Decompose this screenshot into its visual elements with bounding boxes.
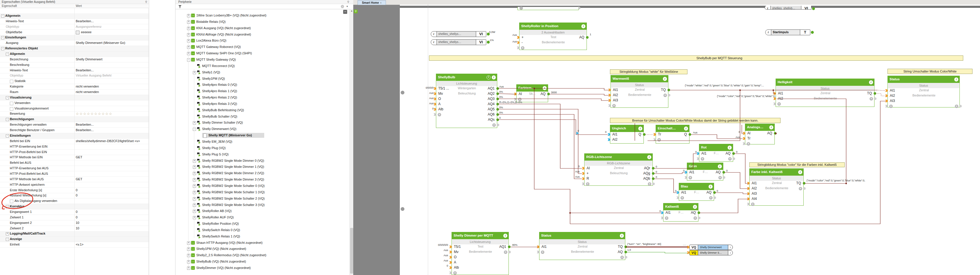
tree-item[interactable]: +ShellyRoller AUF (VQ) bbox=[175, 215, 350, 220]
output-connector[interactable] bbox=[698, 211, 700, 214]
output-connector[interactable] bbox=[873, 92, 876, 95]
tree-scrollbar[interactable]: ▲ bbox=[350, 9, 353, 275]
add-connector-icon[interactable]: + bbox=[504, 250, 508, 254]
add-connector-icon[interactable]: + bbox=[955, 105, 958, 108]
pin-icon[interactable]: ⚲ bbox=[347, 0, 349, 3]
tree-item[interactable]: Shelly MQTT (Miniserver Go) bbox=[175, 133, 350, 138]
virtual-output-cap[interactable]: VQShelly Dimmerwerti bbox=[689, 245, 733, 250]
tree-item[interactable]: +Shelly RGBW2 Single Mode Schalter 0 (VQ… bbox=[175, 184, 350, 189]
input-connector[interactable] bbox=[885, 94, 888, 97]
output-connector[interactable] bbox=[652, 172, 654, 175]
column-divider[interactable] bbox=[74, 8, 75, 275]
tree-item[interactable]: +Shelly RGBW2 Single Mode Schalter 1 (VQ… bbox=[175, 190, 350, 195]
checkbox[interactable] bbox=[10, 80, 13, 83]
info-icon[interactable]: i bbox=[620, 234, 624, 238]
add-connector-icon[interactable]: + bbox=[777, 102, 781, 106]
block-blau[interactable]: BlauiAI1+F…AQ+ bbox=[679, 183, 714, 201]
checkbox[interactable] bbox=[10, 102, 13, 105]
add-connector-icon[interactable]: + bbox=[438, 113, 441, 116]
tab-close-icon[interactable]: × bbox=[380, 2, 382, 4]
info-icon[interactable]: i bbox=[718, 164, 722, 168]
comment-note[interactable]: ShellyBulb per MQTT Steuerung bbox=[429, 56, 963, 60]
add-connector-icon[interactable]: + bbox=[751, 202, 754, 206]
tree-item[interactable]: Shelly EM_3EM (VQ) bbox=[175, 140, 350, 145]
add-connector-icon[interactable]: + bbox=[541, 250, 544, 254]
input-connector[interactable] bbox=[743, 137, 746, 140]
group-expander-icon[interactable]: - bbox=[1, 47, 4, 50]
tree-item[interactable]: +Shelly RGBW2 Single Mode Dimmer 1 (VQ) bbox=[175, 165, 350, 170]
input-connector[interactable] bbox=[653, 133, 656, 136]
tab-smart-home[interactable]: Smart Home× bbox=[358, 0, 386, 5]
tree-item[interactable]: +→Bistabile Relais (VQ) bbox=[175, 20, 350, 25]
input-connector[interactable] bbox=[747, 182, 750, 184]
add-connector-icon[interactable]: + bbox=[665, 216, 668, 220]
tree-item[interactable]: Shelly4pro Relais 3 (VQ) bbox=[175, 102, 350, 107]
input-connector[interactable] bbox=[517, 41, 520, 44]
filter-clear-icon[interactable]: × bbox=[341, 5, 344, 8]
add-connector-icon[interactable]: + bbox=[718, 176, 722, 180]
program-canvas[interactable]: ShellyBulb per MQTT SteuerungStringbildu… bbox=[400, 5, 980, 275]
input-connector[interactable] bbox=[582, 172, 585, 175]
tree-item[interactable]: +→ShellyDimmer (VQ) (Nicht zugeordnet) bbox=[175, 266, 350, 271]
input-connector[interactable] bbox=[517, 36, 520, 39]
tree-item[interactable]: +→KNX Ausgang (VQ) (Nicht zugeordnet) bbox=[175, 26, 350, 31]
add-connector-icon[interactable]: + bbox=[728, 157, 732, 161]
add-connector-icon[interactable]: + bbox=[492, 123, 496, 127]
info-icon[interactable]: i bbox=[869, 80, 873, 84]
filter-dropdown-icon[interactable]: ▼ bbox=[346, 5, 348, 8]
output-connector[interactable] bbox=[496, 92, 499, 95]
tree-item[interactable]: Shelly Plug S (VQ) bbox=[175, 152, 350, 157]
output-connector[interactable] bbox=[496, 87, 499, 90]
add-connector-icon[interactable]: + bbox=[799, 187, 802, 190]
scrollbar-thumb[interactable] bbox=[350, 228, 353, 273]
info-icon[interactable]: i bbox=[581, 24, 585, 28]
info-icon[interactable]: i bbox=[708, 184, 713, 189]
info-icon[interactable]: i bbox=[503, 234, 508, 238]
output-connector[interactable] bbox=[496, 108, 499, 111]
info-icon[interactable]: i bbox=[431, 32, 437, 37]
comment-note[interactable]: Stringbildung Modus "white" für Weißtöne bbox=[610, 69, 687, 74]
tree-item[interactable]: Shelly4pro Relais 2 (VQ) bbox=[175, 95, 350, 100]
output-connector[interactable] bbox=[496, 103, 499, 105]
tree-item[interactable]: Shelly4pro Relais 0 (VQ) bbox=[175, 83, 350, 87]
tree-item[interactable]: ShellyBulb Befehlsstring (VQ) bbox=[175, 108, 350, 113]
info-icon[interactable]: i bbox=[728, 245, 733, 250]
block-kaltweiss[interactable]: KaltweißiAI1+F…AQ+ bbox=[663, 203, 698, 222]
tree-item[interactable]: +→1Wire Scan Loxberry3B+ (VQ) (Nicht zug… bbox=[175, 13, 350, 18]
input-connector[interactable] bbox=[582, 167, 585, 170]
tree-item[interactable]: +Shelly Dimmer Schalter (VQ) bbox=[175, 121, 350, 126]
add-connector-icon[interactable]: + bbox=[620, 256, 624, 259]
info-icon[interactable]: i bbox=[647, 155, 651, 159]
input-connector[interactable] bbox=[608, 133, 611, 136]
output-connector[interactable] bbox=[668, 89, 670, 91]
input-connector[interactable] bbox=[434, 92, 436, 95]
input-connector[interactable] bbox=[747, 187, 750, 190]
output-connector[interactable] bbox=[547, 93, 550, 95]
input-connector[interactable] bbox=[582, 177, 585, 180]
info-icon[interactable]: i bbox=[492, 75, 496, 79]
output-connector[interactable] bbox=[713, 191, 716, 194]
input-connector[interactable] bbox=[449, 266, 452, 269]
tree-item[interactable]: +Shelly RGBW2 Single Mode Dimmer 3 (VQ) bbox=[175, 177, 350, 182]
add-connector-icon[interactable]: + bbox=[701, 157, 704, 161]
rating-stars[interactable]: ☆☆☆☆☆☆☆☆☆☆ bbox=[76, 112, 113, 116]
tree-item[interactable]: +Shelly RGBW2 Single Mode Schalter 3 (VQ… bbox=[175, 203, 350, 208]
move-icon[interactable]: + bbox=[487, 75, 491, 79]
tree-item[interactable]: Shelly1PM (VQ) bbox=[175, 76, 350, 81]
input-connector[interactable] bbox=[434, 87, 436, 90]
group-expander-icon[interactable]: - bbox=[6, 52, 9, 56]
virtual-output-cap[interactable]: VQShelly Dimmer S…i bbox=[689, 250, 733, 255]
output-connector[interactable] bbox=[586, 36, 589, 39]
tree-item[interactable]: -→MQ­TT Shelly Gateway (VQ) bbox=[175, 57, 350, 62]
filter-input[interactable] bbox=[183, 5, 340, 9]
group-expander-icon[interactable]: + bbox=[6, 232, 9, 235]
add-connector-icon[interactable]: + bbox=[663, 94, 667, 97]
tree-item[interactable]: +Shelly RGBW2 Single Mode Dimmer 2 (VQ) bbox=[175, 171, 350, 176]
tree-item[interactable]: ShellyBulb Schalter (VQ) bbox=[175, 114, 350, 119]
tree-item[interactable]: MQTT Reconnect (VQ) bbox=[175, 64, 350, 69]
output-connector[interactable] bbox=[508, 246, 511, 248]
tree-item[interactable]: ShellySwitch Relais 0 (VQ) bbox=[175, 228, 350, 233]
input-connector[interactable] bbox=[434, 108, 436, 111]
tree-item[interactable]: ShellySwitch Relais 1 (VQ) bbox=[175, 234, 350, 239]
add-connector-icon[interactable]: + bbox=[709, 196, 713, 200]
